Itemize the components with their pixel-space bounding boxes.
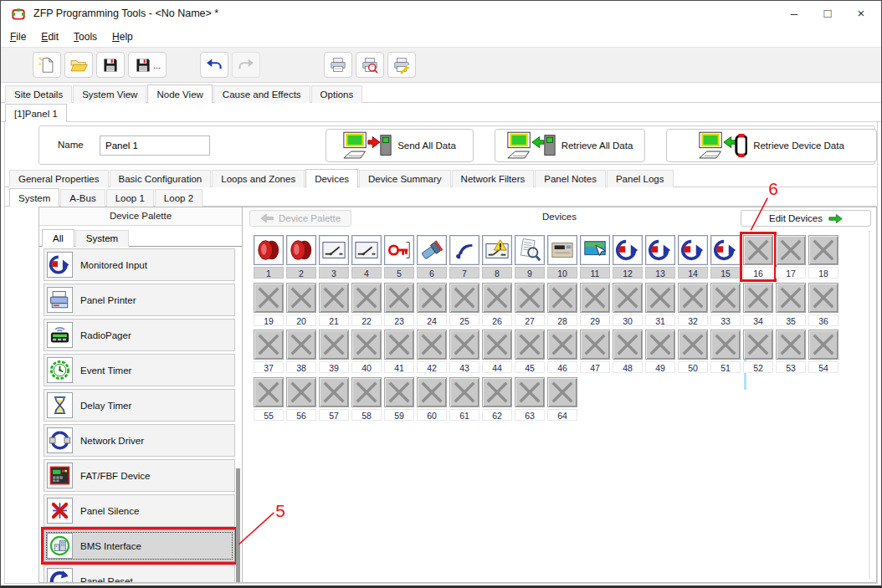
toolbar-print-button[interactable] bbox=[324, 52, 352, 78]
tab-cause-and-effects[interactable]: Cause and Effects bbox=[213, 85, 310, 103]
devices-scrollbar-track[interactable] bbox=[869, 231, 870, 579]
device-slot-60[interactable]: 60 bbox=[417, 377, 447, 421]
toolbar-print-setup-button[interactable] bbox=[387, 52, 416, 78]
device-slot-33[interactable]: 33 bbox=[710, 283, 741, 326]
palette-item-bms-interface[interactable]: BMS Interface bbox=[44, 529, 235, 562]
close-button[interactable]: × bbox=[844, 1, 878, 25]
device-slot-57[interactable]: 57 bbox=[319, 377, 349, 421]
device-slot-47[interactable]: 47 bbox=[580, 330, 610, 373]
device-slot-53[interactable]: 53 bbox=[776, 330, 806, 373]
toolbar-open-button[interactable] bbox=[64, 52, 93, 78]
device-slot-40[interactable]: 40 bbox=[351, 330, 382, 373]
device-slot-22[interactable]: 22 bbox=[351, 283, 382, 326]
tab-panel-notes[interactable]: Panel Notes bbox=[535, 170, 606, 187]
toolbar-redo-button[interactable] bbox=[232, 52, 260, 78]
device-slot-50[interactable]: 50 bbox=[678, 330, 708, 373]
menu-item-file[interactable]: File bbox=[3, 28, 33, 45]
tab-system-view[interactable]: System View bbox=[73, 85, 146, 103]
device-slot-42[interactable]: 42 bbox=[417, 330, 447, 373]
device-slot-23[interactable]: 23 bbox=[384, 283, 414, 326]
device-slot-11[interactable]: 11 bbox=[580, 235, 610, 279]
tab-basic-configuration[interactable]: Basic Configuration bbox=[110, 170, 212, 187]
tab-panel-logs[interactable]: Panel Logs bbox=[607, 170, 674, 187]
title-bar[interactable]: ZFP Programming Tools - <No Name> * bbox=[1, 1, 881, 26]
device-slot-17[interactable]: 17 bbox=[776, 235, 806, 279]
tab-a-bus[interactable]: A-Bus bbox=[60, 189, 105, 207]
device-slot-5[interactable]: 5 bbox=[384, 235, 414, 279]
tab-node-view[interactable]: Node View bbox=[147, 84, 212, 103]
device-slot-14[interactable]: 14 bbox=[678, 235, 708, 279]
palette-item-event-timer[interactable]: Event Timer bbox=[44, 354, 235, 386]
device-slot-34[interactable]: 34 bbox=[743, 283, 773, 326]
device-slot-51[interactable]: 51 bbox=[710, 330, 741, 373]
device-slot-44[interactable]: 44 bbox=[482, 330, 512, 373]
tab-loops-and-zones[interactable]: Loops and Zones bbox=[212, 170, 305, 187]
toolbar-save-button[interactable] bbox=[96, 52, 125, 78]
device-slot-2[interactable]: 2 bbox=[286, 235, 316, 279]
device-slot-32[interactable]: 32 bbox=[678, 283, 708, 326]
palette-tab-all[interactable]: All bbox=[42, 229, 74, 247]
device-slot-13[interactable]: 13 bbox=[645, 235, 675, 279]
device-slot-38[interactable]: 38 bbox=[286, 330, 316, 373]
device-slot-8[interactable]: 8 bbox=[482, 235, 512, 279]
tab-system[interactable]: System bbox=[9, 188, 59, 207]
device-slot-10[interactable]: 10 bbox=[547, 235, 577, 279]
device-slot-15[interactable]: 15 bbox=[710, 235, 741, 279]
edit-devices-button[interactable]: Edit Devices bbox=[741, 210, 871, 227]
device-slot-29[interactable]: 29 bbox=[580, 283, 610, 326]
device-slot-20[interactable]: 20 bbox=[286, 283, 316, 326]
tab-devices[interactable]: Devices bbox=[305, 169, 358, 187]
device-slot-54[interactable]: 54 bbox=[808, 330, 838, 373]
toolbar-new-button[interactable] bbox=[33, 52, 61, 78]
palette-item-delay-timer[interactable]: Delay Timer bbox=[44, 389, 235, 422]
send-all-data-button[interactable]: Send All Data bbox=[326, 129, 474, 162]
device-slot-30[interactable]: 30 bbox=[613, 283, 643, 326]
tab-loop-2[interactable]: Loop 2 bbox=[155, 189, 203, 207]
tab-panel-1[interactable]: [1]Panel 1 bbox=[5, 104, 67, 122]
device-slot-61[interactable]: 61 bbox=[449, 377, 479, 421]
device-slot-7[interactable]: 7 bbox=[449, 235, 479, 279]
toolbar-save-as-button[interactable]: ... bbox=[128, 52, 167, 78]
palette-item-fat-fbf-device[interactable]: FAT/FBF Device bbox=[44, 459, 235, 492]
device-slot-64[interactable]: 64 bbox=[547, 377, 577, 421]
palette-item-panel-silence[interactable]: Panel Silence bbox=[44, 494, 235, 527]
minimize-button[interactable]: – bbox=[777, 1, 811, 25]
tab-loop-1[interactable]: Loop 1 bbox=[106, 189, 154, 207]
tab-general-properties[interactable]: General Properties bbox=[9, 170, 109, 187]
device-slot-31[interactable]: 31 bbox=[645, 283, 675, 326]
menu-item-help[interactable]: Help bbox=[105, 28, 141, 45]
device-slot-24[interactable]: 24 bbox=[417, 283, 447, 326]
device-slot-36[interactable]: 36 bbox=[808, 283, 838, 326]
retrieve-all-data-button[interactable]: Retrieve All Data bbox=[495, 129, 645, 162]
device-slot-39[interactable]: 39 bbox=[319, 330, 349, 373]
device-slot-59[interactable]: 59 bbox=[384, 377, 414, 421]
device-slot-4[interactable]: 4 bbox=[351, 235, 382, 279]
device-slot-1[interactable]: 1 bbox=[254, 235, 284, 279]
menu-item-edit[interactable]: Edit bbox=[33, 28, 66, 45]
panel-name-input[interactable] bbox=[100, 135, 210, 156]
device-slot-62[interactable]: 62 bbox=[482, 377, 512, 421]
device-slot-27[interactable]: 27 bbox=[515, 283, 545, 326]
device-slot-28[interactable]: 28 bbox=[547, 283, 577, 326]
tab-options[interactable]: Options bbox=[311, 85, 363, 103]
device-slot-58[interactable]: 58 bbox=[351, 377, 382, 421]
device-slot-52[interactable]: 52 bbox=[743, 330, 773, 373]
palette-item-panel-reset[interactable]: Panel Reset bbox=[44, 565, 235, 583]
device-slot-19[interactable]: 19 bbox=[254, 283, 284, 326]
device-slot-55[interactable]: 55 bbox=[254, 377, 284, 421]
device-slot-48[interactable]: 48 bbox=[613, 330, 643, 373]
device-slot-16[interactable]: 16 bbox=[743, 235, 773, 279]
toolbar-print-preview-button[interactable] bbox=[356, 52, 384, 78]
device-slot-46[interactable]: 46 bbox=[547, 330, 577, 373]
device-slot-9[interactable]: 9 bbox=[515, 235, 545, 279]
toolbar-undo-button[interactable] bbox=[200, 52, 228, 78]
device-slot-35[interactable]: 35 bbox=[776, 283, 806, 326]
device-slot-18[interactable]: 18 bbox=[808, 235, 838, 279]
retrieve-device-data-button[interactable]: Retrieve Device Data bbox=[666, 129, 877, 162]
device-slot-3[interactable]: 3 bbox=[319, 235, 349, 279]
palette-tab-system[interactable]: System bbox=[75, 230, 129, 247]
palette-item-radiopager[interactable]: RadioPager bbox=[44, 319, 235, 351]
device-slot-43[interactable]: 43 bbox=[449, 330, 479, 373]
device-slot-37[interactable]: 37 bbox=[254, 330, 284, 373]
device-slot-6[interactable]: 6 bbox=[417, 235, 447, 279]
